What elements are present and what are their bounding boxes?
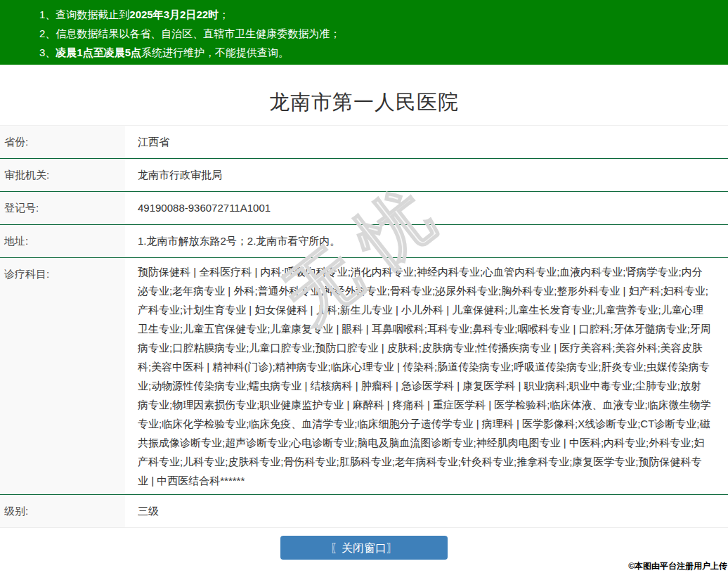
close-window-button[interactable]: 〖关闭窗口〗: [280, 536, 448, 560]
level-label: 级别:: [0, 495, 125, 527]
province-value: 江西省: [125, 126, 728, 158]
notice-line-1-num: 1、: [39, 8, 56, 20]
treatment-subjects-label: 诊疗科目:: [0, 258, 125, 494]
image-upload-credit: ©本图由平台注册用户上传: [628, 560, 727, 572]
notice-line-1-pre: 查询数据截止到: [56, 8, 129, 20]
notice-banner: 1、查询数据截止到2025年3月2日22时； 2、信息数据结果以各省、自治区、直…: [0, 0, 728, 65]
button-bar: 〖关闭窗口〗: [0, 536, 728, 560]
notice-line-1-bold: 2025年3月2日22时: [129, 8, 219, 20]
field-row-approval-authority: 审批机关: 龙南市行政审批局: [0, 159, 728, 192]
field-row-level: 级别: 三级: [0, 495, 728, 528]
notice-line-1-post: ；: [219, 8, 229, 20]
field-row-registration-number: 登记号: 49190088-936072711A1001: [0, 192, 728, 225]
field-row-address: 地址: 1.龙南市解放东路2号；2.龙南市看守所内。: [0, 225, 728, 258]
approval-authority-label: 审批机关:: [0, 159, 125, 191]
level-value: 三级: [125, 495, 728, 527]
field-row-province: 省份: 江西省: [0, 126, 728, 159]
address-label: 地址:: [0, 225, 125, 257]
hospital-info-table: 省份: 江西省 审批机关: 龙南市行政审批局 登记号: 49190088-936…: [0, 125, 728, 528]
approval-authority-value: 龙南市行政审批局: [125, 159, 728, 191]
notice-line-2-pre: 信息数据结果以各省、自治区、直辖市卫生健康委数据为准；: [56, 27, 340, 39]
treatment-subjects-value: 预防保健科 | 全科医疗科 | 内科;呼吸内科专业;消化内科专业;神经内科专业;…: [125, 258, 728, 494]
province-label: 省份:: [0, 126, 125, 158]
notice-line-2: 2、信息数据结果以各省、自治区、直辖市卫生健康委数据为准；: [39, 24, 721, 43]
registration-number-label: 登记号:: [0, 192, 125, 224]
field-row-treatment-subjects: 诊疗科目: 预防保健科 | 全科医疗科 | 内科;呼吸内科专业;消化内科专业;神…: [0, 258, 728, 495]
address-value: 1.龙南市解放东路2号；2.龙南市看守所内。: [125, 225, 728, 257]
registration-number-value: 49190088-936072711A1001: [125, 192, 728, 224]
notice-line-3-bold: 凌晨1点至凌晨5点: [56, 46, 141, 58]
notice-line-3: 3、凌晨1点至凌晨5点系统进行维护，不能提供查询。: [39, 43, 721, 62]
page-title: 龙南市第一人民医院: [0, 89, 728, 117]
notice-line-1: 1、查询数据截止到2025年3月2日22时；: [39, 5, 721, 24]
notice-line-2-num: 2、: [39, 27, 56, 39]
notice-line-3-post: 系统进行维护，不能提供查询。: [141, 46, 289, 58]
notice-line-3-num: 3、: [39, 46, 56, 58]
